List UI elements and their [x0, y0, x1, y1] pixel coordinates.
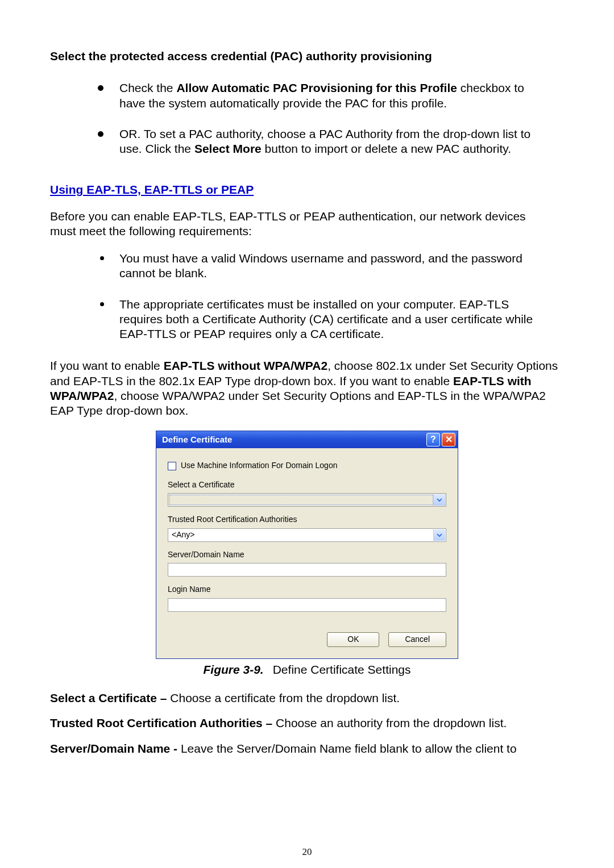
server-domain-input[interactable] [168, 563, 446, 577]
cancel-button[interactable]: Cancel [388, 632, 446, 647]
use-machine-label: Use Machine Information For Domain Logon [181, 461, 337, 471]
select-cert-label: Select a Certificate [168, 480, 446, 490]
intro-paragraph: Before you can enable EAP-TLS, EAP-TTLS … [50, 209, 564, 239]
chevron-down-icon[interactable] [433, 494, 445, 506]
list-item: OR. To set a PAC authority, choose a PAC… [98, 127, 564, 157]
trusted-root-combo[interactable]: <Any> [168, 528, 446, 542]
ok-button[interactable]: OK [327, 632, 379, 647]
trusted-root-label: Trusted Root Certification Authorities [168, 515, 446, 525]
subheading-eap: Using EAP-TLS, EAP-TTLS or PEAP [50, 182, 564, 197]
use-machine-checkbox[interactable] [168, 462, 176, 470]
text: If you want to enable [50, 359, 164, 372]
page-number: 20 [0, 846, 614, 858]
term: Trusted Root Certification Authorities – [50, 716, 276, 729]
list-item: The appropriate certificates must be ins… [98, 297, 564, 342]
help-icon: ? [430, 434, 436, 445]
text-bold: Allow Automatic PAC Provisioning for thi… [176, 81, 457, 94]
heading-pac: Select the protected access credential (… [50, 49, 564, 64]
dialog-body: Use Machine Information For Domain Logon… [156, 448, 458, 658]
definition-server-domain: Server/Domain Name - Leave the Server/Do… [50, 741, 564, 756]
figure-caption: Figure 3-9.Define Certificate Settings [50, 662, 564, 677]
list-item: Check the Allow Automatic PAC Provisioni… [98, 81, 564, 111]
term: Select a Certificate – [50, 691, 170, 704]
chevron-down-icon[interactable] [433, 529, 445, 541]
list-item: You must have a valid Windows username a… [98, 251, 564, 281]
dialog-title: Define Certificate [162, 435, 425, 445]
login-name-label: Login Name [168, 585, 446, 595]
login-name-input[interactable] [168, 598, 446, 612]
titlebar[interactable]: Define Certificate ? ✕ [156, 431, 458, 448]
definition-text: Choose a certificate from the dropdown l… [170, 691, 400, 704]
definition-trusted-root: Trusted Root Certification Authorities –… [50, 716, 564, 731]
text-bold: Select More [194, 142, 262, 155]
trusted-root-value: <Any> [172, 530, 194, 540]
define-certificate-dialog: Define Certificate ? ✕ Use Machine Infor… [156, 431, 458, 659]
dialog-button-row: OK Cancel [168, 632, 446, 647]
text-pre: Check the [119, 81, 176, 94]
enable-paragraph: If you want to enable EAP-TLS without WP… [50, 358, 564, 418]
help-button[interactable]: ? [426, 433, 440, 446]
text-post: button to import or delete a new PAC aut… [262, 142, 511, 155]
definition-text: Choose an authority from the dropdown li… [276, 716, 507, 729]
server-domain-label: Server/Domain Name [168, 550, 446, 560]
close-icon: ✕ [445, 434, 453, 445]
close-button[interactable]: ✕ [442, 433, 455, 446]
select-cert-combo[interactable] [168, 493, 446, 507]
term: Server/Domain Name - [50, 742, 181, 755]
requirements-list: You must have a valid Windows username a… [50, 251, 564, 341]
figure-label: Figure 3-9. [204, 663, 264, 676]
figure-text: Define Certificate Settings [273, 663, 411, 676]
definition-select-cert: Select a Certificate – Choose a certific… [50, 691, 564, 706]
use-machine-row[interactable]: Use Machine Information For Domain Logon [168, 461, 446, 471]
pac-bullet-list: Check the Allow Automatic PAC Provisioni… [50, 81, 564, 156]
definition-text: Leave the Server/Domain Name field blank… [181, 742, 517, 755]
text-bold: EAP-TLS without WPA/WPA2 [164, 359, 328, 372]
text: , choose WPA/WPA2 under Set Security Opt… [50, 389, 546, 417]
